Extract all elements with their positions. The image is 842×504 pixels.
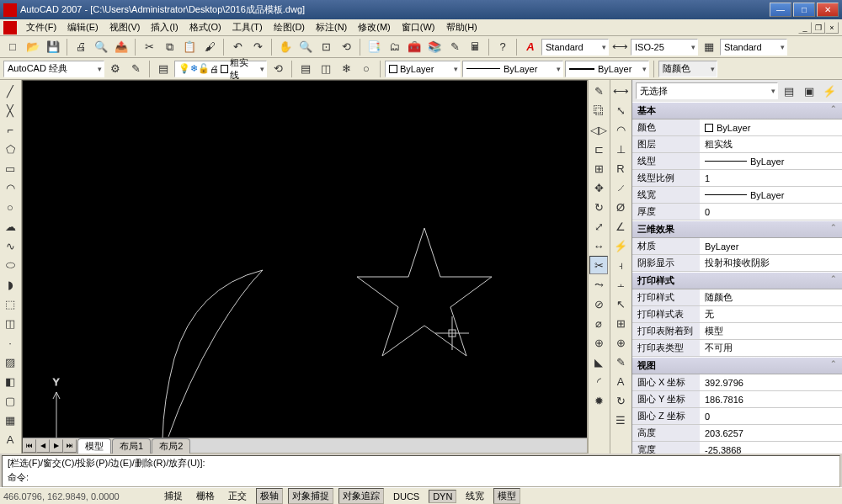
menu-insert[interactable]: 插入(I) xyxy=(146,19,183,35)
region-tool[interactable]: ▢ xyxy=(1,391,19,410)
zoom-realtime-button[interactable]: 🔍 xyxy=(296,38,315,56)
section-view[interactable]: 视图 xyxy=(632,357,842,374)
tab-layout1[interactable]: 布局1 xyxy=(112,438,151,454)
break-tool[interactable]: ⌀ xyxy=(589,314,608,332)
dimstyle-dropdown[interactable]: ISO-25 xyxy=(631,39,698,56)
array-tool[interactable]: ⊞ xyxy=(589,159,608,178)
toggle-dyn[interactable]: DYN xyxy=(429,490,456,503)
qcalc-button[interactable]: 🖩 xyxy=(466,38,484,56)
menu-help[interactable]: 帮助(H) xyxy=(441,19,482,35)
rotate-tool[interactable]: ↻ xyxy=(589,198,608,216)
layer-off-button[interactable]: ○ xyxy=(357,60,376,78)
scale-tool[interactable]: ⤢ xyxy=(589,217,608,236)
menu-edit[interactable]: 编辑(E) xyxy=(62,19,104,35)
section-plot[interactable]: 打印样式 xyxy=(632,272,842,289)
menu-draw[interactable]: 绘图(D) xyxy=(269,19,310,35)
workspace-dropdown[interactable]: AutoCAD 经典 xyxy=(3,61,104,77)
trim-tool[interactable]: ✂ xyxy=(589,256,608,274)
tab-model[interactable]: 模型 xyxy=(77,438,111,454)
prop-ltscale-value[interactable]: 1 xyxy=(700,170,842,186)
h-scrollbar[interactable] xyxy=(190,439,587,453)
command-prompt[interactable]: 命令: xyxy=(3,470,839,485)
minimize-button[interactable]: — xyxy=(770,3,791,17)
prop-height-value[interactable]: 203.6257 xyxy=(700,425,842,441)
toggle-pickadd-button[interactable]: ▤ xyxy=(780,82,798,100)
tab-nav-first[interactable]: ⏮ xyxy=(23,439,36,453)
dim-center-tool[interactable]: ⊕ xyxy=(611,333,630,352)
lineweight-dropdown[interactable]: ByLayer xyxy=(565,61,649,77)
arc-tool[interactable]: ◠ xyxy=(1,178,19,197)
point-tool[interactable]: · xyxy=(1,333,19,352)
erase-tool[interactable]: ✎ xyxy=(589,82,608,100)
paste-button[interactable]: 📋 xyxy=(180,38,199,56)
workspace-settings-button[interactable]: ⚙ xyxy=(106,60,125,78)
linetype-dropdown[interactable]: ByLayer xyxy=(462,61,563,77)
prop-lweight-value[interactable]: ByLayer xyxy=(700,187,842,203)
color-dropdown[interactable]: ByLayer xyxy=(385,61,461,77)
mdi-close-button[interactable]: × xyxy=(825,22,839,34)
selection-dropdown[interactable]: 无选择 xyxy=(636,82,778,99)
dim-jogged-tool[interactable]: ⟋ xyxy=(611,178,630,197)
dim-textedit-tool[interactable]: A xyxy=(611,372,630,390)
chamfer-tool[interactable]: ◣ xyxy=(589,353,608,371)
dim-continue-tool[interactable]: ⫠ xyxy=(611,275,630,294)
open-button[interactable]: 📂 xyxy=(24,38,42,56)
workspace-save-button[interactable]: ✎ xyxy=(126,60,145,78)
dim-edit-tool[interactable]: ✎ xyxy=(611,353,630,371)
properties-button[interactable]: 📑 xyxy=(365,38,383,56)
zoom-window-button[interactable]: ⊡ xyxy=(317,38,335,56)
toggle-model[interactable]: 模型 xyxy=(493,488,520,504)
mirror-tool[interactable]: ◁▷ xyxy=(589,120,608,139)
tab-nav-next[interactable]: ▶ xyxy=(50,439,63,453)
layer-previous-button[interactable]: ⟲ xyxy=(269,60,287,78)
prop-material-value[interactable]: ByLayer xyxy=(700,238,842,254)
menu-window[interactable]: 窗口(W) xyxy=(397,19,440,35)
prop-centery-value[interactable]: 186.7816 xyxy=(700,391,842,407)
dim-aligned-tool[interactable]: ⤡ xyxy=(611,101,630,119)
tab-nav-last[interactable]: ⏭ xyxy=(63,439,77,453)
tablestyle-dropdown[interactable]: Standard xyxy=(720,39,787,56)
drawing-area[interactable]: X Y ⏮ ◀ ▶ ⏭ 模型 布局1 xyxy=(22,80,588,454)
toggle-grid[interactable]: 栅格 xyxy=(192,488,219,504)
app-menu-icon[interactable] xyxy=(3,21,17,34)
drawing-canvas[interactable]: X Y xyxy=(23,81,587,438)
tab-nav-prev[interactable]: ◀ xyxy=(36,439,50,453)
offset-tool[interactable]: ⊏ xyxy=(589,140,608,158)
prop-width-value[interactable]: -25.3868 xyxy=(700,442,842,454)
save-button[interactable]: 💾 xyxy=(44,38,62,56)
prop-linetype-value[interactable]: ByLayer xyxy=(700,153,842,169)
section-basic[interactable]: 基本 xyxy=(632,102,842,119)
fillet-tool[interactable]: ◜ xyxy=(589,372,608,390)
star-shape[interactable] xyxy=(357,228,492,356)
layer-freeze-button[interactable]: ❄ xyxy=(337,60,355,78)
polyline-tool[interactable]: ⌐ xyxy=(1,120,19,139)
designcenter-button[interactable]: 🗂 xyxy=(385,38,403,56)
plotstyle-dropdown[interactable]: 随颜色 xyxy=(658,61,717,77)
plot-button[interactable]: 🖨 xyxy=(72,38,90,56)
prop-centerx-value[interactable]: 392.9796 xyxy=(700,374,842,390)
stretch-tool[interactable]: ↔ xyxy=(589,236,608,255)
menu-view[interactable]: 视图(V) xyxy=(104,19,146,35)
command-line[interactable]: [栏选(F)/窗交(C)/投影(P)/边(E)/删除(R)/放弃(U)]: 命令… xyxy=(2,455,840,487)
toggle-ortho[interactable]: 正交 xyxy=(224,488,251,504)
ellipse-arc-tool[interactable]: ◗ xyxy=(1,275,19,294)
prop-shadow-value[interactable]: 投射和接收阴影 xyxy=(700,255,842,271)
tab-layout2[interactable]: 布局2 xyxy=(152,438,190,454)
dim-quick-tool[interactable]: ⚡ xyxy=(611,236,630,255)
join-tool[interactable]: ⊕ xyxy=(589,333,608,352)
rectangle-tool[interactable]: ▭ xyxy=(1,159,19,178)
pan-button[interactable]: ✋ xyxy=(276,38,295,56)
copy-object-tool[interactable]: ⿻ xyxy=(589,101,608,119)
toggle-lwt[interactable]: 线宽 xyxy=(461,488,488,504)
toggle-ducs[interactable]: DUCS xyxy=(389,490,424,503)
cut-button[interactable]: ✂ xyxy=(140,38,158,56)
publish-button[interactable]: 📤 xyxy=(112,38,131,56)
zoom-previous-button[interactable]: ⟲ xyxy=(337,38,355,56)
spline-tool[interactable]: ∿ xyxy=(1,236,19,255)
layer-iso-button[interactable]: ◫ xyxy=(317,60,335,78)
mdi-minimize-button[interactable]: _ xyxy=(798,22,812,34)
sheetset-button[interactable]: 📚 xyxy=(425,38,444,56)
insert-block-tool[interactable]: ⬚ xyxy=(1,294,19,313)
layer-dropdown[interactable]: 💡❄🔓🖨 粗实线 xyxy=(174,61,267,77)
toggle-polar[interactable]: 极轴 xyxy=(256,488,283,504)
